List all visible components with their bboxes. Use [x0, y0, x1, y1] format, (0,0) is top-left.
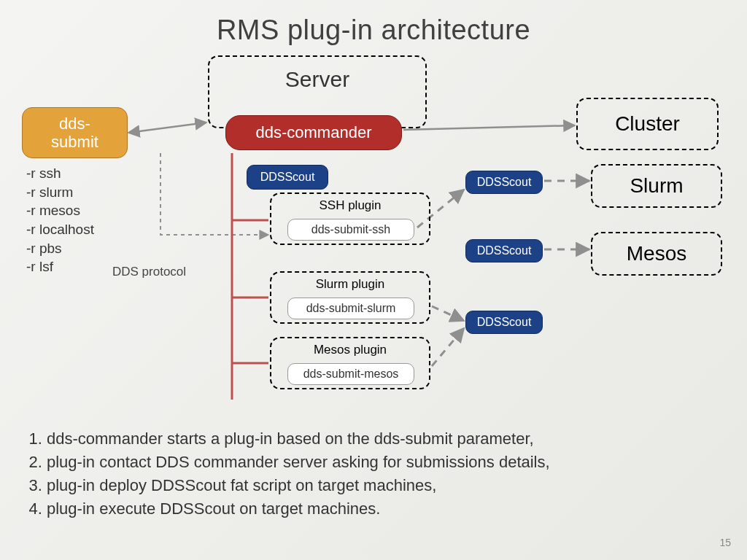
- step-item: plug-in contact DDS commander server ask…: [47, 451, 721, 474]
- step-item: plug-in execute DDSScout on target machi…: [47, 497, 721, 521]
- ssh-plugin-box: SSH plugin dds-submit-ssh: [270, 192, 430, 245]
- rms-options-list: -r ssh -r slurm -r mesos -r localhost -r…: [26, 164, 94, 276]
- slurm-plugin-box: Slurm plugin dds-submit-slurm: [270, 271, 430, 324]
- cluster-label: Cluster: [615, 112, 680, 136]
- steps-list: dds-commander starts a plug-in based on …: [22, 427, 721, 521]
- dds-submit-label: dds- submit: [51, 114, 98, 152]
- dds-submit-node: dds- submit: [22, 107, 128, 158]
- dds-commander-label: dds-commander: [256, 123, 372, 142]
- rms-opt: -r pbs: [26, 239, 94, 258]
- rms-opt: -r lsf: [26, 257, 94, 276]
- dds-commander-node: dds-commander: [225, 115, 402, 150]
- slurm-box: Slurm: [591, 164, 722, 208]
- slurm-plugin-title: Slurm plugin: [271, 277, 429, 292]
- mesos-label: Mesos: [627, 242, 686, 265]
- page-number: 15: [719, 537, 731, 548]
- server-label: Server: [209, 67, 425, 92]
- step-item: dds-commander starts a plug-in based on …: [47, 427, 721, 451]
- ddsscout-remote-3: DDSScout: [465, 311, 543, 334]
- mesos-plugin-box: Mesos plugin dds-submit-mesos: [270, 337, 430, 389]
- step-item: plug-in deploy DDSScout fat script on ta…: [47, 474, 721, 497]
- cluster-box: Cluster: [576, 98, 719, 150]
- ddsscout-remote-2: DDSScout: [465, 239, 543, 262]
- rms-opt: -r slurm: [26, 183, 94, 202]
- dds-protocol-label: DDS protocol: [112, 265, 186, 279]
- slurm-submit-pill: dds-submit-slurm: [287, 298, 414, 319]
- rms-opt: -r mesos: [26, 201, 94, 220]
- slurm-label: Slurm: [630, 174, 683, 198]
- ssh-plugin-title: SSH plugin: [271, 198, 429, 213]
- rms-opt: -r localhost: [26, 220, 94, 239]
- ddsscout-server: DDSScout: [247, 165, 328, 190]
- ssh-submit-pill: dds-submit-ssh: [287, 219, 414, 241]
- mesos-plugin-title: Mesos plugin: [271, 343, 429, 357]
- mesos-submit-pill: dds-submit-mesos: [287, 363, 414, 385]
- ddsscout-remote-1: DDSScout: [465, 171, 543, 194]
- mesos-box: Mesos: [591, 232, 722, 276]
- rms-opt: -r ssh: [26, 164, 94, 183]
